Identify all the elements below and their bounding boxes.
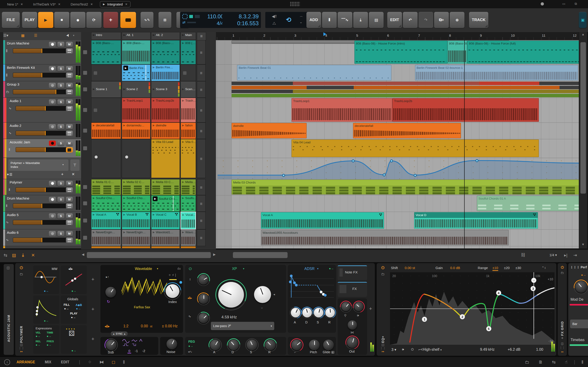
track-menu-button[interactable] <box>66 106 73 111</box>
eq-band-width-handle[interactable]: ⇔ <box>531 278 536 283</box>
device-mod-out-icon[interactable]: ↦ <box>20 350 23 353</box>
xp-filter-panel[interactable]: ⏻ XP ▾ ↕ ◂⫴▸ ∿ 4.59 kHz ◂ ⌔ Low-pass 2ᴾ▾ <box>185 265 286 333</box>
pin-button[interactable]: ⊤ <box>70 159 79 171</box>
view-mix[interactable]: MIX <box>45 360 51 364</box>
clip-slot-trashloop1[interactable]: ▶TrashLoop1 <box>122 98 150 123</box>
clip-stop-button[interactable] <box>83 71 87 75</box>
feg-sustain-knob[interactable] <box>247 340 257 350</box>
pitch-knob[interactable] <box>309 340 320 350</box>
clip-slot-dwindle[interactable]: ▶dwindle <box>151 123 180 139</box>
scene-row-menu[interactable]: ≣ <box>197 195 206 212</box>
solo-button[interactable]: S <box>57 181 64 186</box>
clip-stop-button[interactable] <box>83 50 87 54</box>
clip-slot-trashloop2b[interactable]: ▶TrashLoop2b <box>151 98 180 123</box>
track-menu-button[interactable] <box>66 48 73 54</box>
solo-button[interactable]: S <box>57 124 64 129</box>
modulation-source-dropdown[interactable]: Polymer » WavetableIndex <box>8 159 69 171</box>
clip-stop-button[interactable] <box>83 201 87 205</box>
clip-slot-berlin-fire-[interactable]: ▶Berlin Fire… <box>122 65 150 81</box>
mute-button[interactable]: M <box>66 197 73 202</box>
solo-button[interactable]: S <box>57 213 64 219</box>
mute-button[interactable]: M <box>66 83 73 88</box>
solo-button[interactable]: S <box>57 231 64 236</box>
amp-sustain-knob[interactable] <box>314 308 323 317</box>
add-modulator-icon[interactable]: + <box>91 276 95 282</box>
add-icon[interactable]: + <box>561 336 564 341</box>
track-menu-button[interactable] <box>66 238 73 243</box>
record-arm-button[interactable] <box>49 83 56 88</box>
record-arm-button[interactable] <box>49 141 56 146</box>
clip-stop-dot[interactable] <box>95 156 98 158</box>
view-arrange[interactable]: ARRANGE <box>17 360 35 364</box>
mod-arrow-icon[interactable]: ●→ <box>71 289 76 293</box>
record-arm-button[interactable] <box>49 66 56 71</box>
loop-block[interactable]: ⟲ ⌒⌄ <box>279 12 309 28</box>
clip-slot-mella-[interactable]: ▶Mella… <box>181 179 196 195</box>
mod-depth-knob[interactable] <box>575 281 587 293</box>
clip-slot-vocal-b[interactable]: ▶Vocal B <box>122 212 150 229</box>
track-row-audio-6[interactable]: Audio 6SM∿ <box>3 229 81 246</box>
device-mod-out-icon[interactable]: ↦ <box>382 350 384 353</box>
edit-menu-button[interactable]: EDIT <box>387 12 402 28</box>
scene-row-menu[interactable]: ≣ <box>197 212 206 229</box>
adsr-dropdown-icon[interactable]: ▾ <box>317 267 319 270</box>
launcher-scroll-right-icon[interactable]: ▶ <box>213 252 216 256</box>
clip-slot-soulfu-[interactable]: ▶Soulfu… <box>181 195 196 212</box>
pitch-glide-panel[interactable]: ⌐ Pitch Glide L <box>288 337 336 355</box>
mute-button[interactable]: M <box>66 99 73 105</box>
track-menu-button[interactable] <box>66 131 73 136</box>
import-button[interactable]: ⤓ <box>353 12 368 28</box>
scene-row-menu[interactable]: ≣ <box>197 139 206 178</box>
record-arm-button[interactable] <box>49 231 56 236</box>
device-preset-icon[interactable]: 🗀 <box>20 272 23 276</box>
record-button[interactable]: ● <box>70 12 86 28</box>
play-mod-arrow[interactable]: ●→ <box>71 316 76 319</box>
scene-header-alt-1[interactable]: ▶Alt. 1 <box>122 32 150 40</box>
add-mapping-icon[interactable]: + <box>61 172 64 177</box>
empty-clip-slot[interactable] <box>181 65 196 81</box>
mute-button[interactable]: M <box>66 66 73 71</box>
eq-range-10[interactable]: ±10 <box>493 266 498 271</box>
arranger-clip-dwindle[interactable]: dwindle <box>232 123 307 138</box>
clip-slot-deceleratefall[interactable]: ▶deceleratefall <box>91 123 121 139</box>
oscillator-type[interactable]: Wavetable <box>135 267 152 271</box>
clip-slot-partial[interactable] <box>122 246 150 248</box>
clip-stop-button[interactable] <box>83 146 87 150</box>
mod-depth-bar[interactable] <box>570 304 588 306</box>
group-subtrack-strip[interactable] <box>560 86 579 89</box>
arranger-clip-808-bass-08-house-force-full-[interactable]: 808 (Bass-08) - House Force (full) <box>467 41 579 64</box>
filter-keytrack-knob[interactable] <box>199 294 208 304</box>
playhead-marker[interactable] <box>323 32 326 36</box>
arranger-clip-trashloop1[interactable]: TrashLoop1 <box>292 98 392 122</box>
phase-random-icon[interactable]: ↻ <box>107 299 110 304</box>
modulator-tile-expressions[interactable]: Expressions VEL TIMB ●→ ●→ REL PRES ●→ ●… <box>33 325 59 354</box>
solo-button[interactable]: S <box>57 83 64 88</box>
automation-touch-button[interactable]: ⊞ <box>158 12 171 28</box>
clip-slot-neverengin-[interactable]: ▶NeverEngin… <box>91 229 121 246</box>
arranger-clip-deceleratefall[interactable]: deceleratefall <box>353 123 461 138</box>
clip-slot-vita-03-lead[interactable]: ▶Vita 03 Lead <box>151 139 180 178</box>
scene-row-menu[interactable]: ≣ <box>197 98 206 123</box>
eq-range-30[interactable]: ±30 <box>515 266 521 270</box>
record-arm-button[interactable] <box>49 197 56 202</box>
arranger-clip-vocal-d[interactable]: Vocal D <box>414 212 538 229</box>
eq-band-handle-4[interactable]: 4 <box>496 290 501 295</box>
snap-icon[interactable]: ⁘ <box>88 359 92 365</box>
link-scroll-icon[interactable]: ⛓ <box>521 252 525 258</box>
bar-dropdown[interactable]: Bar <box>570 319 588 328</box>
modulator-tile-keytrack[interactable]: ◂⫴▸ ●→ <box>61 266 87 294</box>
wavetable-oscillator-panel[interactable]: Wavetable ▾ ılıı ▸↑ ↻ Farfisa Sax ✧ ⚡ | … <box>100 265 183 333</box>
device-grid-icon[interactable]: ⋮⋮ <box>18 346 24 350</box>
noise-panel[interactable]: Noise <box>160 337 183 355</box>
eq-listen-icon[interactable]: 🕪 <box>402 348 404 351</box>
device-grid-icon[interactable]: ⋮⋮ <box>560 346 565 349</box>
track-row-audio-5[interactable]: Audio 5SM∿ <box>3 212 81 229</box>
filter-resonance-knob[interactable] <box>254 286 271 303</box>
clip-slot-mella-01-c-[interactable]: ▶Mella 01 C… <box>91 179 121 195</box>
dual-display-icon[interactable]: ◻ <box>112 359 115 365</box>
empty-clip-slot[interactable] <box>91 139 121 178</box>
add-modulator-icon[interactable]: + <box>91 336 95 342</box>
arranger-clip-mella-03-chords[interactable]: Mella 03 Chords <box>232 180 579 194</box>
eq-band-type[interactable]: ⌐<High-shelf ▾ <box>418 348 442 352</box>
clip-slot-partial[interactable] <box>91 246 121 248</box>
